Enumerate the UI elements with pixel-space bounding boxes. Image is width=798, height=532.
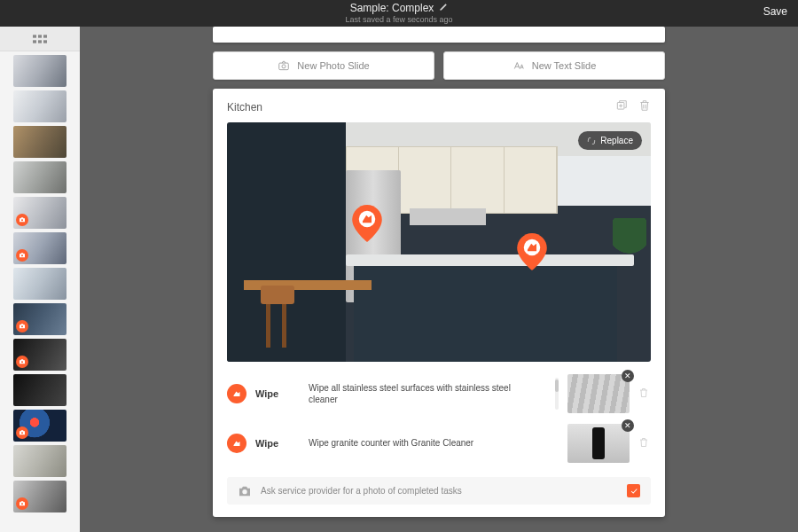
svg-point-9 bbox=[21, 361, 23, 363]
task-thumbnail[interactable]: ✕ bbox=[567, 374, 630, 413]
thumbnail-sidebar bbox=[0, 27, 80, 532]
svg-point-10 bbox=[21, 432, 23, 434]
task-pin[interactable] bbox=[517, 233, 547, 270]
svg-rect-1 bbox=[38, 35, 42, 37]
scrollbar[interactable] bbox=[555, 378, 559, 410]
replace-icon bbox=[587, 137, 596, 145]
main-area: New Photo Slide New Text Slide Kitchen bbox=[0, 27, 798, 532]
svg-point-8 bbox=[21, 325, 23, 327]
camera-badge-icon bbox=[16, 320, 28, 332]
thumbnail[interactable] bbox=[13, 374, 66, 406]
save-status: Last saved a few seconds ago bbox=[345, 15, 452, 25]
camera-badge-icon bbox=[16, 249, 28, 262]
previous-slide-peek bbox=[213, 27, 665, 43]
camera-icon bbox=[238, 485, 252, 497]
replace-image-button[interactable]: Replace bbox=[578, 131, 642, 150]
thumbnail[interactable] bbox=[13, 55, 66, 87]
thumbnail[interactable] bbox=[13, 445, 66, 477]
camera-badge-icon bbox=[16, 426, 28, 439]
svg-rect-3 bbox=[33, 40, 36, 43]
save-button[interactable]: Save bbox=[763, 5, 787, 18]
thumbnail[interactable] bbox=[13, 303, 66, 335]
svg-point-11 bbox=[21, 503, 23, 505]
slide-card: Kitchen bbox=[213, 89, 665, 517]
thumbnail[interactable] bbox=[13, 161, 66, 193]
slide-hero-image[interactable]: Replace bbox=[227, 122, 651, 362]
text-icon bbox=[512, 59, 525, 72]
camera-badge-icon bbox=[16, 214, 28, 226]
task-list: WipeWipe all stainless steel surfaces wi… bbox=[227, 374, 651, 463]
svg-rect-0 bbox=[33, 35, 36, 37]
delete-slide-icon[interactable] bbox=[638, 99, 651, 115]
editor-canvas: New Photo Slide New Text Slide Kitchen bbox=[80, 27, 798, 532]
svg-rect-5 bbox=[43, 40, 47, 43]
duplicate-slide-icon[interactable] bbox=[615, 99, 628, 115]
delete-task-icon[interactable] bbox=[638, 386, 651, 402]
task-row: WipeWipe granite counter with Granite Cl… bbox=[227, 424, 651, 463]
thumbnail[interactable] bbox=[13, 126, 66, 158]
photo-request-label: Ask service provider for a photo of comp… bbox=[261, 486, 618, 496]
camera-icon bbox=[278, 59, 290, 72]
thumbnail[interactable] bbox=[13, 197, 66, 229]
top-bar: Sample: Complex Last saved a few seconds… bbox=[0, 0, 798, 27]
thumbnail[interactable] bbox=[13, 232, 66, 264]
remove-thumbnail-icon[interactable]: ✕ bbox=[622, 370, 634, 382]
task-name: Wipe bbox=[255, 438, 300, 449]
thumbnail[interactable] bbox=[13, 481, 66, 512]
photo-request-checkbox[interactable] bbox=[627, 484, 640, 497]
task-pin[interactable] bbox=[352, 205, 382, 242]
slide-title[interactable]: Kitchen bbox=[227, 101, 262, 113]
wipe-icon bbox=[227, 434, 246, 453]
task-name: Wipe bbox=[255, 388, 300, 399]
thumbnail[interactable] bbox=[13, 90, 66, 122]
task-row: WipeWipe all stainless steel surfaces wi… bbox=[227, 374, 651, 413]
svg-rect-4 bbox=[38, 40, 42, 43]
task-description: Wipe all stainless steel surfaces with s… bbox=[309, 382, 546, 406]
thumbnail[interactable] bbox=[13, 339, 66, 371]
svg-point-7 bbox=[21, 254, 23, 256]
document-title: Sample: Complex bbox=[350, 2, 434, 14]
svg-rect-12 bbox=[279, 63, 289, 70]
svg-point-13 bbox=[282, 65, 286, 68]
svg-rect-2 bbox=[43, 35, 47, 37]
svg-point-6 bbox=[21, 219, 23, 221]
photo-request-row: Ask service provider for a photo of comp… bbox=[227, 477, 651, 505]
thumbnail[interactable] bbox=[13, 410, 66, 442]
wipe-icon bbox=[227, 384, 246, 403]
grid-view-toggle[interactable] bbox=[0, 27, 80, 51]
svg-point-17 bbox=[242, 489, 246, 494]
camera-badge-icon bbox=[16, 356, 28, 368]
new-text-slide-button[interactable]: New Text Slide bbox=[443, 51, 665, 80]
thumbnail-list bbox=[6, 51, 74, 532]
camera-badge-icon bbox=[16, 497, 28, 510]
remove-thumbnail-icon[interactable]: ✕ bbox=[622, 419, 634, 432]
thumbnail[interactable] bbox=[13, 268, 66, 300]
task-description: Wipe granite counter with Granite Cleane… bbox=[309, 437, 546, 450]
delete-task-icon[interactable] bbox=[638, 435, 651, 451]
task-thumbnail[interactable]: ✕ bbox=[567, 424, 630, 463]
pencil-icon[interactable] bbox=[439, 2, 448, 14]
new-slide-bar: New Photo Slide New Text Slide bbox=[213, 51, 665, 80]
new-photo-slide-button[interactable]: New Photo Slide bbox=[213, 51, 434, 80]
